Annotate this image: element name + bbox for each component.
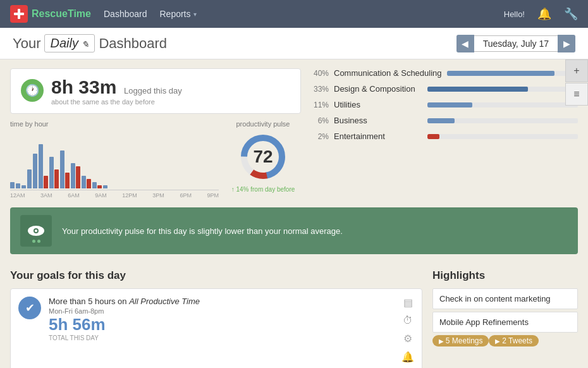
bar-group (39, 144, 48, 188)
svg-rect-1 (14, 13, 24, 15)
goal-bell-icon[interactable]: 🔔 (401, 351, 414, 363)
bar-group (49, 157, 59, 188)
chart-label: 12PM (122, 192, 137, 199)
category-row: 40% Communication & Scheduling (311, 68, 578, 78)
cat-bar-fill (427, 118, 455, 123)
goal-info: More than 5 hours on All Productive Time… (49, 297, 394, 341)
svg-point-7 (35, 230, 37, 232)
chart-label: 9AM (95, 192, 107, 199)
daily-select[interactable]: Daily ✎ (44, 34, 95, 52)
cat-name: Communication & Scheduling (334, 68, 442, 78)
productivity-text: Your productivity pulse for this day is … (62, 226, 343, 236)
goal-time: 5h 56m (49, 315, 394, 334)
pulse-trend: ↑ 14% from day before (225, 186, 301, 193)
time-by-hour: time by hour 12AM3AM6AM9AM12PM3PM6PM9PM (10, 120, 219, 199)
nav-dashboard[interactable]: Dashboard (104, 9, 147, 19)
nav-reports[interactable]: Reports ▾ (159, 9, 196, 19)
bar-group (82, 176, 91, 188)
goal-settings-icon[interactable]: ⚙ (403, 333, 412, 345)
goal-desc: More than 5 hours on All Productive Time (49, 297, 394, 306)
left-panel: 🕐 8h 33m Logged this day about the same … (10, 68, 301, 199)
bar-chart (10, 132, 219, 188)
bottom-row: Your goals for this day ✔ More than 5 ho… (0, 269, 588, 368)
goals-section: Your goals for this day ✔ More than 5 ho… (10, 269, 422, 368)
cat-bar-bg (427, 102, 578, 107)
cat-name: Entertainment (334, 132, 422, 141)
pulse-label: productivity pulse (225, 120, 301, 128)
cat-bar-bg (447, 71, 578, 76)
date-prev-button[interactable]: ◀ (456, 35, 474, 52)
cat-percent: 33% (311, 85, 329, 94)
cat-percent: 40% (311, 69, 329, 78)
chart-label: 3AM (40, 192, 52, 199)
goal-time-label: TOTAL THIS DAY (49, 334, 394, 341)
logo-area: RescueTime (10, 5, 91, 23)
cat-bar-bg (427, 87, 578, 92)
time-block: 🕐 8h 33m Logged this day about the same … (10, 68, 301, 114)
goal-actions: ▤ ⏱ ⚙ 🔔 (401, 297, 414, 363)
eye-dots (32, 240, 40, 243)
cat-bar-fill (447, 71, 554, 76)
date-next-button[interactable]: ▶ (558, 35, 575, 52)
time-compare: about the same as the day before (51, 98, 182, 106)
chart-label: 3PM (152, 192, 164, 199)
list-icon-button[interactable]: ≡ (565, 83, 588, 106)
bar-group (21, 185, 26, 188)
cat-bar-fill (427, 134, 439, 139)
goal-schedule: Mon-Fri 6am-8pm (49, 307, 394, 315)
highlight-item: Check in on content marketing (432, 288, 578, 309)
productivity-bar: Your productivity pulse for this day is … (10, 207, 578, 254)
bell-icon[interactable]: 🔔 (537, 7, 551, 21)
category-row: 11% Utilities (311, 100, 578, 109)
dashboard-label: Dashboard (99, 35, 167, 52)
cat-name: Utilities (334, 100, 422, 109)
sidebar-icons: + ≡ (565, 59, 588, 106)
goal-chart-icon[interactable]: ▤ (403, 297, 413, 309)
bar-group (27, 169, 32, 188)
time-logged: Logged this day (124, 86, 182, 95)
cat-bar-fill (427, 102, 472, 107)
highlights-items: Check in on content marketingMobile App … (432, 288, 578, 333)
cat-percent: 11% (311, 101, 329, 109)
date-display: Tuesday, July 17 (474, 35, 558, 52)
highlight-badge[interactable]: 5 Meetings (432, 335, 489, 347)
time-hours: 8h 33m (51, 77, 116, 97)
bar-group (10, 182, 15, 188)
cat-bar-bg (427, 134, 578, 139)
pulse-number: 72 (253, 147, 273, 167)
highlights-badges: 5 Meetings2 Tweets (432, 335, 578, 349)
cat-bar-fill (427, 87, 528, 92)
bar-group (92, 182, 102, 188)
productivity-pulse: productivity pulse 72 ↑ 14% from day bef… (225, 120, 301, 199)
chart-label: 6PM (180, 192, 192, 199)
cat-name: Design & Composition (334, 84, 422, 94)
main-content: 🕐 8h 33m Logged this day about the same … (0, 59, 588, 207)
goals-title: Your goals for this day (10, 269, 422, 282)
cat-percent: 2% (311, 132, 329, 141)
category-row: 2% Entertainment (311, 132, 578, 141)
tools-icon[interactable]: 🔧 (564, 7, 578, 21)
logo-text: RescueTime (32, 8, 91, 20)
bar-group (60, 150, 70, 188)
right-panel: 40% Communication & Scheduling 33% Desig… (311, 68, 578, 199)
cat-percent: 6% (311, 116, 329, 125)
bar-group (103, 185, 107, 188)
goal-clock-icon[interactable]: ⏱ (403, 315, 413, 326)
bar-group (33, 154, 37, 188)
goal-check-icon: ✔ (18, 297, 41, 319)
chart-labels: 12AM3AM6AM9AM12PM3PM6PM9PM (10, 192, 219, 199)
chart-label: 12AM (10, 192, 25, 199)
add-icon-button[interactable]: + (565, 59, 588, 82)
chart-label: 9PM (207, 192, 219, 199)
cat-name: Business (334, 116, 422, 125)
time-info: 8h 33m Logged this day about the same as… (51, 77, 182, 106)
rescuetime-logo-icon (10, 5, 28, 23)
highlight-badge[interactable]: 2 Tweets (489, 335, 539, 347)
highlights-title: Highlights (432, 269, 578, 282)
cat-bar-bg (427, 118, 578, 123)
bar-group (71, 163, 80, 188)
clock-icon: 🕐 (21, 79, 44, 102)
date-nav: ◀ Tuesday, July 17 ▶ (456, 35, 575, 52)
your-label: Your (13, 35, 40, 52)
datebar: Your Daily ✎ Dashboard ◀ Tuesday, July 1… (0, 28, 588, 59)
